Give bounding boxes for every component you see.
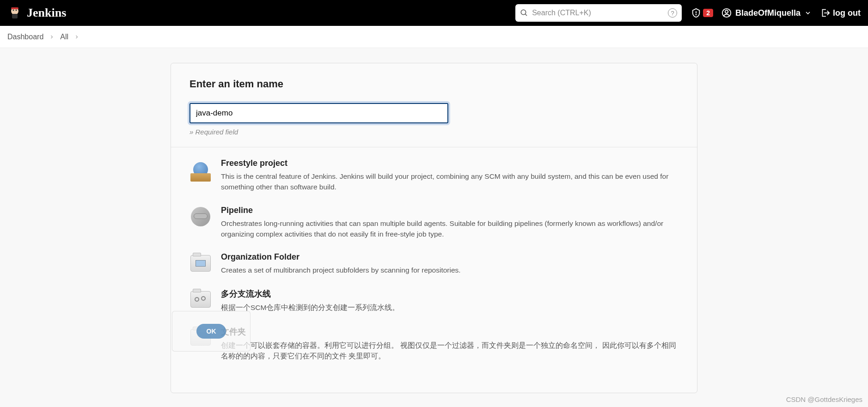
- svg-point-10: [725, 10, 728, 13]
- watermark: CSDN @GottdesKrieges: [786, 395, 862, 403]
- user-name-label: BladeOfMiquella: [735, 8, 801, 18]
- logout-icon: [820, 8, 830, 18]
- option-title: Organization Folder: [221, 252, 679, 262]
- search-input[interactable]: [532, 9, 664, 17]
- svg-rect-1: [12, 14, 18, 18]
- breadcrumb-dashboard[interactable]: Dashboard: [7, 33, 43, 41]
- search-icon: [520, 9, 528, 17]
- option-desc: 根据一个SCM仓库中检测到的分支创建一系列流水线。: [221, 302, 679, 313]
- svg-point-5: [521, 10, 526, 15]
- ok-panel: OK: [172, 311, 251, 352]
- chevron-right-icon: [49, 34, 55, 40]
- jenkins-icon: [7, 6, 22, 20]
- search-box[interactable]: ?: [515, 4, 682, 22]
- logout-label: log out: [833, 8, 861, 18]
- top-header: Jenkins ? 2 BladeOfMiquella log out: [0, 0, 868, 26]
- breadcrumb: Dashboard All: [0, 26, 868, 48]
- option-title: 多分支流水线: [221, 288, 679, 299]
- svg-point-2: [13, 10, 14, 11]
- breadcrumb-all[interactable]: All: [60, 33, 68, 41]
- svg-point-3: [16, 10, 17, 11]
- freestyle-icon: [189, 158, 212, 181]
- option-desc: Orchestrates long-running activities tha…: [221, 218, 679, 240]
- divider: [171, 147, 697, 147]
- option-folder[interactable]: 文件夹 创建一个可以嵌套存储的容器。利用它可以进行分组。 视图仅仅是一个过滤器，…: [189, 326, 679, 362]
- item-name-input[interactable]: [189, 103, 448, 123]
- multibranch-icon: [189, 288, 212, 310]
- jenkins-logo[interactable]: Jenkins: [7, 6, 66, 20]
- chevron-down-icon: [804, 9, 812, 17]
- svg-line-6: [525, 14, 527, 16]
- notification-badge: 2: [703, 9, 713, 17]
- required-field-note: » Required field: [189, 128, 679, 136]
- org-folder-icon: [189, 252, 212, 274]
- logout-link[interactable]: log out: [820, 8, 861, 18]
- logo-text: Jenkins: [27, 6, 66, 20]
- option-pipeline[interactable]: Pipeline Orchestrates long-running activ…: [189, 206, 679, 240]
- security-notifications[interactable]: 2: [691, 8, 713, 18]
- page-title: Enter an item name: [189, 78, 679, 90]
- option-desc: Creates a set of multibranch project sub…: [221, 265, 679, 275]
- ok-button[interactable]: OK: [196, 324, 226, 339]
- option-multibranch-pipeline[interactable]: 多分支流水线 根据一个SCM仓库中检测到的分支创建一系列流水线。: [189, 288, 679, 313]
- shield-icon: [691, 8, 701, 18]
- option-desc: 创建一个可以嵌套存储的容器。利用它可以进行分组。 视图仅仅是一个过滤器，而文件夹…: [221, 340, 679, 362]
- option-desc: This is the central feature of Jenkins. …: [221, 171, 679, 193]
- option-freestyle-project[interactable]: Freestyle project This is the central fe…: [189, 158, 679, 193]
- option-title: Pipeline: [221, 206, 679, 215]
- svg-point-8: [696, 14, 697, 15]
- user-menu[interactable]: BladeOfMiquella: [721, 8, 812, 18]
- chevron-right-icon: [74, 34, 79, 40]
- svg-rect-4: [11, 7, 18, 9]
- option-title: Freestyle project: [221, 158, 679, 168]
- option-organization-folder[interactable]: Organization Folder Creates a set of mul…: [189, 252, 679, 275]
- option-title: 文件夹: [221, 326, 679, 337]
- pipeline-icon: [189, 206, 212, 228]
- help-icon[interactable]: ?: [668, 8, 677, 18]
- user-icon: [721, 8, 732, 18]
